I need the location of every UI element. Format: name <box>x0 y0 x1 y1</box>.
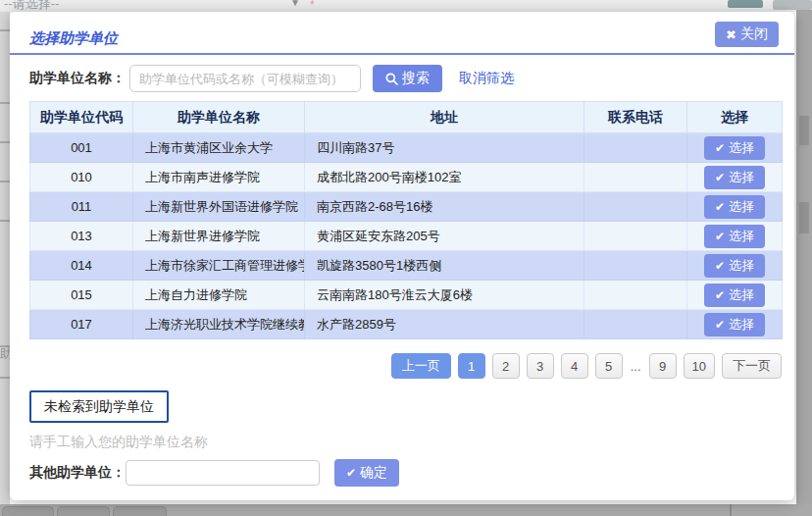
select-unit-modal: 选择助学单位 ✖ 关闭 助学单位名称： 搜索 取消筛选 助学单位代码 助学单位名… <box>10 12 794 500</box>
pagination-next-button[interactable]: 下一页 <box>722 353 782 379</box>
select-label: 选择 <box>729 169 754 186</box>
pagination: 上一页 1 2 3 4 5 ... 9 10 下一页 <box>391 353 782 379</box>
pagination-ellipsis: ... <box>630 359 642 374</box>
select-row-button[interactable]: ✔选择 <box>704 284 765 307</box>
unit-code: 013 <box>30 222 133 251</box>
close-icon: ✖ <box>726 27 736 42</box>
unit-address: 云南南路180号淮云大厦6楼 <box>305 281 584 310</box>
unit-address: 南京西路2-68号16楼 <box>305 192 584 222</box>
close-label: 关闭 <box>740 26 768 43</box>
unit-address: 黄浦区延安东路205号 <box>305 222 584 251</box>
unit-phone <box>584 310 687 339</box>
dropdown-arrow-icon: ▼ <box>290 0 300 8</box>
other-unit-row: 其他助学单位： ✔ 确定 <box>29 458 399 488</box>
cancel-filter-link[interactable]: 取消筛选 <box>459 70 514 87</box>
table-row: 010 上海市南声进修学院 成都北路200号南楼102室 ✔选择 <box>30 163 783 192</box>
unit-name: 上海新世界进修学院 <box>133 222 305 251</box>
background-fragment <box>728 0 763 8</box>
search-row: 助学单位名称： 搜索 取消筛选 <box>29 64 514 93</box>
background-page-bottom <box>0 504 812 516</box>
table-row: 015 上海自力进修学院 云南南路180号淮云大厦6楼 ✔选择 <box>30 281 783 310</box>
background-text-fragment: 助 <box>0 345 10 347</box>
check-icon: ✔ <box>715 259 725 273</box>
pagination-page-10[interactable]: 10 <box>684 353 715 379</box>
unit-code: 011 <box>30 192 133 222</box>
close-button[interactable]: ✖ 关闭 <box>715 22 779 47</box>
select-label: 选择 <box>729 257 754 275</box>
search-icon <box>385 73 398 85</box>
unit-phone <box>584 163 687 192</box>
header-select: 选择 <box>687 102 783 133</box>
select-row-button[interactable]: ✔选择 <box>704 225 765 248</box>
select-label: 选择 <box>729 286 754 304</box>
unit-not-found-button[interactable]: 未检索到助学单位 <box>29 390 169 423</box>
select-row-button[interactable]: ✔选择 <box>704 166 765 189</box>
unit-address: 成都北路200号南楼102室 <box>305 163 584 192</box>
select-label: 选择 <box>729 198 754 216</box>
unit-phone <box>584 251 687 281</box>
select-row-button[interactable]: ✔选择 <box>704 313 765 336</box>
unit-address: 四川南路37号 <box>305 133 584 163</box>
table-row: 011 上海新世界外国语进修学院 南京西路2-68号16楼 ✔选择 <box>30 192 783 222</box>
check-icon: ✔ <box>715 141 725 155</box>
unit-table: 助学单位代码 助学单位名称 地址 联系电话 选择 001 上海市黄浦区业余大学 … <box>29 101 783 339</box>
table-row: 017 上海济光职业技术学院继续教... 水产路2859号 ✔选择 <box>30 310 783 339</box>
search-button[interactable]: 搜索 <box>373 65 442 92</box>
pagination-page-9[interactable]: 9 <box>649 353 677 379</box>
manual-input-hint: 请手工输入您的助学单位名称 <box>29 434 208 451</box>
background-fragment <box>773 0 812 10</box>
pagination-page-4[interactable]: 4 <box>561 353 588 379</box>
header-unit-name: 助学单位名称 <box>133 102 305 133</box>
select-row-button[interactable]: ✔选择 <box>704 254 765 278</box>
unit-phone <box>584 192 687 222</box>
unit-code: 014 <box>30 251 133 281</box>
unit-code: 015 <box>30 281 133 310</box>
table-header-row: 助学单位代码 助学单位名称 地址 联系电话 选择 <box>30 102 783 133</box>
unit-name-input[interactable] <box>129 65 361 92</box>
table-row: 013 上海新世界进修学院 黄浦区延安东路205号 ✔选择 <box>30 222 783 251</box>
check-icon: ✔ <box>346 466 356 480</box>
other-unit-label: 其他助学单位： <box>29 464 126 482</box>
confirm-button[interactable]: ✔ 确定 <box>334 459 399 487</box>
unit-name: 上海新世界外国语进修学院 <box>133 192 305 222</box>
required-mark: * <box>310 0 315 12</box>
unit-name: 上海市黄浦区业余大学 <box>133 133 305 163</box>
check-icon: ✔ <box>715 200 725 214</box>
unit-address: 水产路2859号 <box>305 310 584 339</box>
unit-phone <box>584 281 687 310</box>
unit-phone <box>584 133 687 163</box>
title-divider <box>10 53 794 55</box>
select-label: 选择 <box>729 316 754 334</box>
background-page-right <box>796 10 812 504</box>
header-unit-code: 助学单位代码 <box>30 102 133 133</box>
background-dropdown: --请选择-- <box>4 0 59 12</box>
select-row-button[interactable]: ✔选择 <box>704 195 765 219</box>
check-icon: ✔ <box>715 318 725 332</box>
header-phone: 联系电话 <box>584 102 687 133</box>
other-unit-input[interactable] <box>126 460 320 486</box>
check-icon: ✔ <box>715 230 725 243</box>
background-page-left: 助 <box>0 12 10 504</box>
unit-phone <box>584 222 687 251</box>
pagination-prev-button[interactable]: 上一页 <box>391 353 451 379</box>
unit-name: 上海市南声进修学院 <box>133 163 305 192</box>
select-row-button[interactable]: ✔选择 <box>704 136 765 160</box>
modal-title: 选择助学单位 <box>29 29 118 48</box>
header-address: 地址 <box>305 102 584 133</box>
pagination-page-3[interactable]: 3 <box>527 353 554 379</box>
unit-name: 上海市徐家汇工商管理进修学... <box>133 251 305 281</box>
check-icon: ✔ <box>715 288 725 302</box>
pagination-page-5[interactable]: 5 <box>595 353 623 379</box>
table-row: 001 上海市黄浦区业余大学 四川南路37号 ✔选择 <box>30 133 783 163</box>
background-page-top: --请选择-- ▼ * <box>0 0 812 12</box>
search-button-label: 搜索 <box>402 70 430 87</box>
select-label: 选择 <box>729 228 754 245</box>
check-icon: ✔ <box>715 171 725 184</box>
unit-address: 凯旋路3580号1楼西侧 <box>305 251 584 281</box>
pagination-page-2[interactable]: 2 <box>492 353 520 379</box>
pagination-page-1-current[interactable]: 1 <box>458 353 485 379</box>
search-label: 助学单位名称： <box>29 70 126 87</box>
unit-code: 010 <box>30 163 133 192</box>
unit-name: 上海自力进修学院 <box>133 281 305 310</box>
unit-code: 017 <box>30 310 133 339</box>
